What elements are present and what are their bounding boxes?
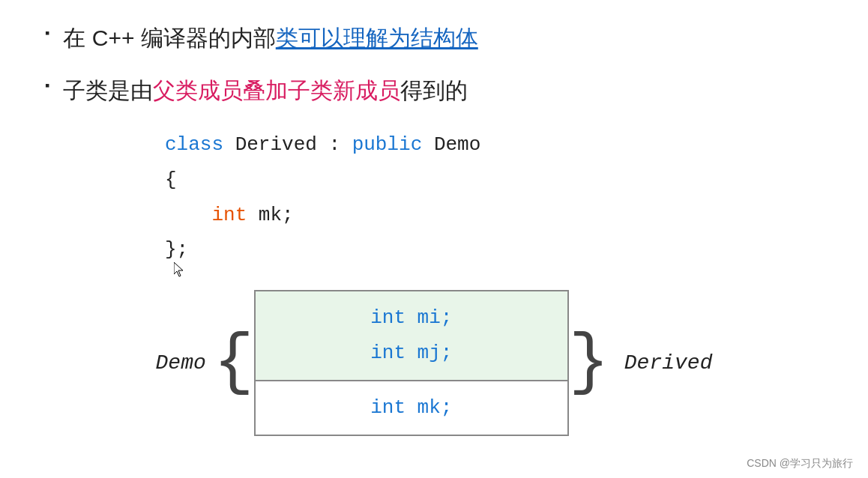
bullet-item-1: ▪ 在 C++ 编译器的内部类可以理解为结构体 xyxy=(45,22,823,54)
code-derived: Derived : xyxy=(235,133,352,156)
code-mk: mk; xyxy=(259,204,294,226)
bullet-text-2: 子类是由父类成员叠加子类新成员得到的 xyxy=(63,75,468,106)
bullet-item-2: ▪ 子类是由父类成员叠加子类新成员得到的 xyxy=(45,75,823,106)
code-line-2: { xyxy=(165,163,823,198)
code-line-4: }; xyxy=(165,232,823,267)
demo-label: Demo xyxy=(156,351,206,375)
diagram-area: Demo { int mi; int mj; int mk; } Derived xyxy=(45,290,823,435)
derived-label: Derived xyxy=(624,351,713,375)
box-bottom: int mk; xyxy=(256,381,567,435)
watermark: CSDN @学习只为旅行 xyxy=(747,457,853,471)
kw-public: public xyxy=(352,133,423,156)
box-top: int mi; int mj; xyxy=(256,291,567,381)
bullet-marker-2: ▪ xyxy=(45,78,49,94)
bullet-text-1: 在 C++ 编译器的内部类可以理解为结构体 xyxy=(63,22,477,54)
kw-int-1: int xyxy=(211,204,247,226)
box-line-mi: int mi; xyxy=(256,300,567,336)
inner-box: int mi; int mj; int mk; xyxy=(254,290,569,435)
bullet1-highlight: 类可以理解为结构体 xyxy=(276,25,478,50)
code-line-3: int mk; xyxy=(165,198,823,233)
brace-right-icon: } xyxy=(569,329,609,396)
bullet2-highlight: 父类成员叠加子类新成员 xyxy=(153,78,400,103)
brace-left-icon: { xyxy=(214,329,254,396)
bullet2-suffix: 得到的 xyxy=(400,78,468,103)
bullet2-prefix: 子类是由 xyxy=(63,78,153,103)
bullet1-prefix: 在 C++ 编译器的内部 xyxy=(63,25,275,50)
box-line-mk: int mk; xyxy=(256,390,567,426)
code-demo: Demo xyxy=(434,133,480,156)
box-line-mj: int mj; xyxy=(256,336,567,371)
main-content: ▪ 在 C++ 编译器的内部类可以理解为结构体 ▪ 子类是由父类成员叠加子类新成… xyxy=(0,0,868,451)
kw-class: class xyxy=(165,133,223,156)
code-line-1: class Derived : public Demo xyxy=(165,127,823,163)
bullet-marker-1: ▪ xyxy=(45,25,49,41)
code-block: class Derived : public Demo { int mk; }; xyxy=(165,127,823,267)
